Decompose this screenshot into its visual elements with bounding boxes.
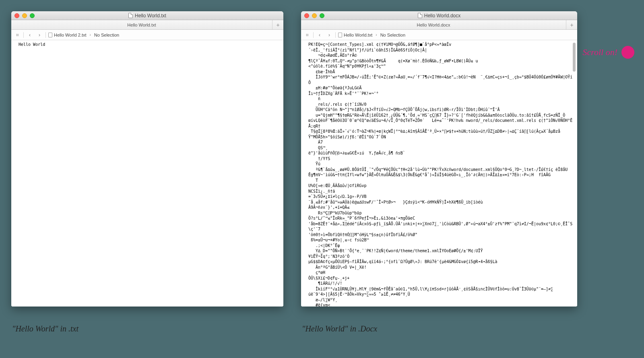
minimize-icon[interactable] [22, 13, 27, 18]
tab-active[interactable]: Hello World.txt [11, 20, 272, 29]
window-title: Hello World.docx [301, 13, 577, 19]
forward-button[interactable]: › [36, 31, 43, 39]
back-button[interactable]: ‹ [26, 31, 33, 39]
forward-button[interactable]: › [326, 31, 333, 39]
annotation-dot-icon [621, 46, 634, 59]
minimize-icon[interactable] [312, 13, 317, 18]
titlebar[interactable]: Hello World.docx [301, 11, 577, 20]
path-file-label: Hello World 2.txt [54, 33, 87, 37]
window-title: Hello World.txt [11, 13, 283, 19]
related-items-icon[interactable]: ⌗ [303, 31, 311, 39]
editor-window-txt: Hello World.txt Hello World.txt + ⌗ ‹ › … [11, 11, 283, 307]
maximize-icon[interactable] [30, 13, 35, 18]
path-bar: ⌗ ‹ › Hello World 2.txt › No Selection [11, 30, 283, 40]
maximize-icon[interactable] [320, 13, 324, 18]
related-items-icon[interactable]: ⌗ [14, 31, 21, 39]
path-segment-file[interactable]: Hello World.txt [338, 33, 372, 37]
document-icon [48, 33, 52, 37]
back-button[interactable]: ‹ [316, 31, 323, 39]
tab-add-button[interactable]: + [566, 20, 577, 29]
caption-left: "Hello World" in .txt [12, 324, 78, 333]
editor-window-docx: Hello World.docx Hello World.docx + ⌗ ‹ … [301, 11, 577, 307]
tab-bar: Hello World.txt + [11, 20, 283, 30]
path-bar: ⌗ ‹ › Hello World.txt › No Selection [301, 30, 577, 40]
traffic-lights [304, 13, 324, 18]
document-icon [338, 33, 342, 37]
path-segment-file[interactable]: Hello World 2.txt [48, 33, 87, 37]
document-icon [418, 13, 422, 18]
titlebar[interactable]: Hello World.txt [11, 11, 283, 20]
window-title-text: Hello World.txt [135, 13, 166, 19]
document-icon [128, 13, 133, 18]
path-file-label: Hello World.txt [344, 33, 372, 37]
annotation-scroll-on: Scroll on! [582, 46, 634, 59]
caption-right: "Hello World" in .Docx [302, 324, 377, 333]
chevron-right-icon: › [89, 33, 92, 37]
close-icon[interactable] [304, 13, 309, 18]
annotation-label: Scroll on! [582, 47, 617, 58]
tab-label: Hello World.txt [127, 23, 156, 27]
path-selection-label[interactable]: No Selection [94, 33, 119, 37]
text-content[interactable]: Hello World [11, 40, 283, 307]
text-content[interactable]: PK!EQ=ç¬[Content_Types].xml ¢(†¥ìMO¬@ÛÖ&… [301, 40, 577, 307]
traffic-lights [14, 13, 35, 18]
chevron-right-icon: › [375, 33, 378, 37]
close-icon[interactable] [14, 13, 19, 18]
window-title-text: Hello World.docx [424, 13, 460, 19]
scrollbar-thumb[interactable] [573, 43, 576, 72]
tab-bar: Hello World.docx + [301, 20, 577, 30]
path-selection-label[interactable]: No Selection [380, 33, 405, 37]
tab-active[interactable]: Hello World.docx [301, 20, 566, 29]
tab-add-button[interactable]: + [272, 20, 283, 29]
tab-label: Hello World.docx [417, 23, 450, 27]
